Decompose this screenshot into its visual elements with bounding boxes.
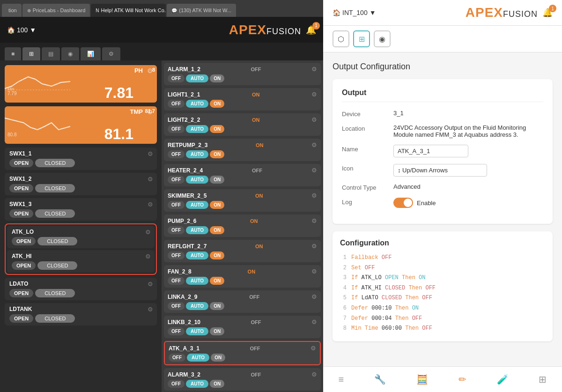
pump-2-6-off-btn[interactable]: OFF xyxy=(168,226,185,234)
atk-hi-closed-btn[interactable]: CLOSED xyxy=(37,261,77,270)
nav-tab-5[interactable]: 📊 xyxy=(81,47,101,60)
output-gear-alarm-3-2[interactable]: ⚙ xyxy=(311,371,317,378)
output-gear-light2-2-2[interactable]: ⚙ xyxy=(311,116,317,123)
reflght-2-7-off-btn[interactable]: OFF xyxy=(168,251,185,259)
toolbar-btn-inputs[interactable]: ◉ xyxy=(374,30,391,47)
linkb-2-10-off-btn[interactable]: OFF xyxy=(168,327,185,335)
pump-2-6-on-btn[interactable]: ON xyxy=(210,226,224,234)
alarm-3-2-on-btn[interactable]: ON xyxy=(210,380,224,388)
reflght-2-7-auto-btn[interactable]: AUTO xyxy=(186,251,208,259)
atk-hi-gear-icon[interactable]: ⚙ xyxy=(145,253,151,260)
bottom-nav-tools[interactable]: 🔧 xyxy=(374,374,386,385)
ldato-gear-icon[interactable]: ⚙ xyxy=(148,281,153,288)
fan-2-8-auto-btn[interactable]: AUTO xyxy=(186,277,208,285)
swx1-3-gear-icon[interactable]: ⚙ xyxy=(148,201,153,208)
swx1-1-open-btn[interactable]: OPEN xyxy=(9,159,33,167)
toolbar-btn-outputs[interactable]: ⊞ xyxy=(353,30,370,47)
bottom-nav-list[interactable]: ≡ xyxy=(338,374,344,385)
skimmer-2-5-auto-btn[interactable]: AUTO xyxy=(186,201,208,209)
fan-2-8-on-btn[interactable]: ON xyxy=(210,277,224,285)
linka-2-9-auto-btn[interactable]: AUTO xyxy=(186,302,208,310)
output-gear-alarm-1-2[interactable]: ⚙ xyxy=(311,66,317,73)
atk-lo-closed-btn[interactable]: CLOSED xyxy=(37,237,77,245)
ph-gear-icon[interactable]: ⚙ xyxy=(147,67,153,74)
output-gear-heater-2-4[interactable]: ⚙ xyxy=(311,167,317,174)
heater-2-4-on-btn[interactable]: ON xyxy=(210,176,224,184)
bottom-nav-calc[interactable]: 🧮 xyxy=(416,374,428,385)
atk-a-3-1-auto-btn[interactable]: AUTO xyxy=(187,354,209,362)
output-gear-skimmer-2-5[interactable]: ⚙ xyxy=(311,192,317,199)
bottom-nav-grid[interactable]: ⊞ xyxy=(539,374,547,385)
swx1-3-open-btn[interactable]: OPEN xyxy=(9,209,33,218)
light1-2-1-off-btn[interactable]: OFF xyxy=(168,100,185,108)
linka-2-9-on-btn[interactable]: ON xyxy=(210,302,224,310)
ldato-closed-btn[interactable]: CLOSED xyxy=(35,289,75,297)
tmp-gear-icon[interactable]: ⚙ xyxy=(147,108,153,116)
heater-2-4-off-btn[interactable]: OFF xyxy=(168,176,185,184)
nav-tab-4[interactable]: ◉ xyxy=(61,47,79,60)
light2-2-2-off-btn[interactable]: OFF xyxy=(168,125,185,133)
output-gear-atk-a-3-1[interactable]: ⚙ xyxy=(311,345,316,352)
output-gear-linkb-2-10[interactable]: ⚙ xyxy=(311,318,317,325)
bottom-nav-lab[interactable]: 🧪 xyxy=(497,374,509,385)
light1-2-1-auto-btn[interactable]: AUTO xyxy=(186,100,208,108)
output-gear-pump-2-6[interactable]: ⚙ xyxy=(311,217,317,224)
atk-a-3-1-off-btn[interactable]: OFF xyxy=(169,354,185,362)
ldtank-open-btn[interactable]: OPEN xyxy=(9,314,33,323)
alarm-1-2-auto-btn[interactable]: AUTO xyxy=(186,74,208,82)
name-input[interactable] xyxy=(393,145,468,157)
swx1-1-gear-icon[interactable]: ⚙ xyxy=(148,150,153,157)
output-gear-fan-2-8[interactable]: ⚙ xyxy=(311,268,317,275)
bottom-nav-edit[interactable]: ✏ xyxy=(458,374,466,385)
ldtank-gear-icon[interactable]: ⚙ xyxy=(148,306,153,313)
notification-bell-left[interactable]: 🔔 1 xyxy=(306,25,316,35)
atk-hi-open-btn[interactable]: OPEN xyxy=(12,261,36,270)
reflght-2-7-on-btn[interactable]: ON xyxy=(210,251,224,259)
atk-lo-open-btn[interactable]: OPEN xyxy=(12,237,36,245)
swx1-3-closed-btn[interactable]: CLOSED xyxy=(35,209,75,218)
retpump-2-3-on-btn[interactable]: ON xyxy=(210,150,224,158)
atk-lo-gear-icon[interactable]: ⚙ xyxy=(145,229,151,236)
pump-2-6-auto-btn[interactable]: AUTO xyxy=(186,226,208,234)
nav-tab-6[interactable]: ⚙ xyxy=(102,47,120,60)
light2-2-2-on-btn[interactable]: ON xyxy=(210,125,224,133)
nav-tab-3[interactable]: ▤ xyxy=(42,47,60,60)
device-selector-left[interactable]: 🏠 100 ▼ xyxy=(7,26,36,34)
heater-2-4-auto-btn[interactable]: AUTO xyxy=(186,176,208,184)
retpump-2-3-off-btn[interactable]: OFF xyxy=(168,150,185,158)
light1-2-1-on-btn[interactable]: ON xyxy=(210,100,224,108)
log-toggle[interactable] xyxy=(393,198,413,208)
swx1-2-gear-icon[interactable]: ⚙ xyxy=(148,176,153,183)
ldato-open-btn[interactable]: OPEN xyxy=(9,289,33,297)
swx1-2-open-btn[interactable]: OPEN xyxy=(9,184,33,192)
skimmer-2-5-off-btn[interactable]: OFF xyxy=(168,201,185,209)
swx1-2-closed-btn[interactable]: CLOSED xyxy=(35,184,75,192)
alarm-1-2-on-btn[interactable]: ON xyxy=(210,74,224,82)
nav-tab-1[interactable]: ■ xyxy=(5,47,21,60)
output-gear-light1-2-1[interactable]: ⚙ xyxy=(311,91,317,98)
alarm-1-2-off-btn[interactable]: OFF xyxy=(168,74,185,82)
alarm-3-2-off-btn[interactable]: OFF xyxy=(168,380,185,388)
linka-2-9-off-btn[interactable]: OFF xyxy=(168,302,185,310)
notification-bell-right[interactable]: 🔔 1 xyxy=(542,7,553,18)
nav-tab-2[interactable]: ⊞ xyxy=(22,47,40,60)
device-selector-right[interactable]: 🏠 INT_100 ▼ xyxy=(333,9,376,16)
ldtank-closed-btn[interactable]: CLOSED xyxy=(35,314,75,323)
browser-tab-3[interactable]: N Help! ATK Will Not Work Co... xyxy=(91,4,166,17)
retpump-2-3-auto-btn[interactable]: AUTO xyxy=(186,150,208,158)
skimmer-2-5-on-btn[interactable]: ON xyxy=(210,201,224,209)
fan-2-8-off-btn[interactable]: OFF xyxy=(168,277,185,285)
alarm-3-2-auto-btn[interactable]: AUTO xyxy=(186,380,208,388)
output-gear-reflght-2-7[interactable]: ⚙ xyxy=(311,243,317,250)
browser-tab-2[interactable]: ⊕ PriceLabs - Dashboard xyxy=(22,4,90,17)
output-gear-retpump-2-3[interactable]: ⚙ xyxy=(311,141,317,148)
icon-input[interactable] xyxy=(393,164,487,177)
output-gear-linka-2-9[interactable]: ⚙ xyxy=(311,293,317,300)
atk-a-3-1-on-btn[interactable]: ON xyxy=(211,354,225,362)
swx1-1-closed-btn[interactable]: CLOSED xyxy=(35,159,75,167)
light2-2-2-auto-btn[interactable]: AUTO xyxy=(186,125,208,133)
linkb-2-10-auto-btn[interactable]: AUTO xyxy=(186,327,208,335)
toolbar-btn-dashboard[interactable]: ⬡ xyxy=(333,30,349,47)
linkb-2-10-on-btn[interactable]: ON xyxy=(210,327,224,335)
browser-tab-4[interactable]: 💬 (130) ATK Will Not W... xyxy=(167,4,236,17)
